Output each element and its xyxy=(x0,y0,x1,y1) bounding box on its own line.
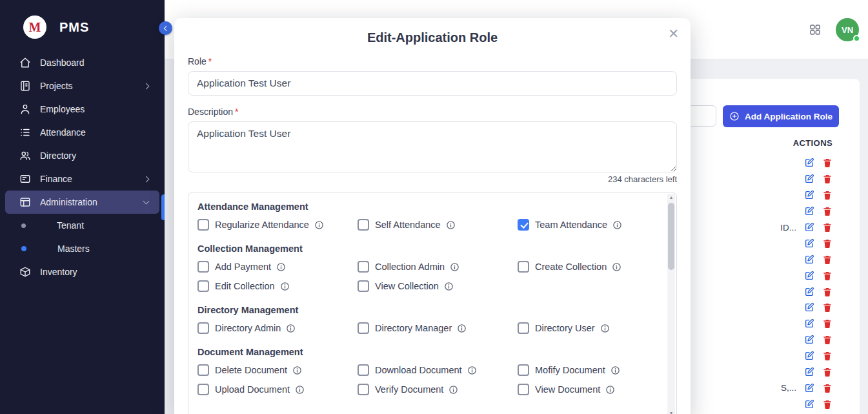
info-icon[interactable] xyxy=(457,324,467,333)
edit-icon[interactable] xyxy=(803,222,814,233)
scrollbar[interactable]: ▴ ▾ xyxy=(667,194,675,414)
permission-item[interactable]: Upload Document xyxy=(197,384,358,395)
permission-item[interactable]: Delete Document xyxy=(197,364,358,376)
delete-icon[interactable] xyxy=(822,238,833,249)
checkbox[interactable] xyxy=(358,261,369,273)
checkbox[interactable] xyxy=(358,322,369,334)
sidebar-item-dashboard[interactable]: Dashboard xyxy=(5,51,159,74)
info-icon[interactable] xyxy=(295,385,305,395)
add-application-role-button[interactable]: Add Application Role xyxy=(723,105,839,127)
info-icon[interactable] xyxy=(600,324,610,333)
permission-item[interactable]: Edit Collection xyxy=(197,280,358,292)
edit-icon[interactable] xyxy=(803,286,814,297)
sidebar-item-employees[interactable]: Employees xyxy=(5,98,159,121)
permission-item[interactable]: Verify Document xyxy=(358,384,518,395)
permission-item[interactable]: Self Attendance xyxy=(358,219,518,231)
info-icon[interactable] xyxy=(446,220,456,230)
permission-item[interactable]: Create Collection xyxy=(518,261,677,273)
permission-item[interactable]: Regularize Attendance xyxy=(197,219,358,231)
sidebar-item-directory[interactable]: Directory xyxy=(5,144,159,167)
delete-icon[interactable] xyxy=(822,222,833,233)
edit-icon[interactable] xyxy=(803,318,814,329)
checkbox[interactable] xyxy=(197,384,209,395)
info-icon[interactable] xyxy=(292,366,302,375)
delete-icon[interactable] xyxy=(822,302,833,313)
delete-icon[interactable] xyxy=(822,382,833,393)
apps-grid-icon[interactable] xyxy=(809,23,822,36)
info-icon[interactable] xyxy=(450,262,459,272)
checkbox[interactable] xyxy=(197,322,209,334)
scroll-down-icon[interactable]: ▾ xyxy=(670,409,672,414)
sidebar-item-inventory[interactable]: Inventory xyxy=(5,260,159,284)
edit-icon[interactable] xyxy=(803,158,814,169)
delete-icon[interactable] xyxy=(822,158,833,169)
delete-icon[interactable] xyxy=(822,270,833,281)
permission-item[interactable]: View Collection xyxy=(358,280,518,292)
edit-icon[interactable] xyxy=(803,190,814,201)
checkbox[interactable] xyxy=(518,322,529,334)
info-icon[interactable] xyxy=(314,220,324,230)
info-icon[interactable] xyxy=(444,282,454,291)
delete-icon[interactable] xyxy=(822,351,833,362)
delete-icon[interactable] xyxy=(822,206,833,217)
checkbox[interactable] xyxy=(197,219,209,231)
permission-item[interactable]: Directory Admin xyxy=(197,322,358,334)
checkbox[interactable] xyxy=(358,384,369,395)
edit-icon[interactable] xyxy=(803,335,814,346)
edit-icon[interactable] xyxy=(803,174,814,185)
edit-icon[interactable] xyxy=(803,238,814,249)
delete-icon[interactable] xyxy=(822,367,833,378)
delete-icon[interactable] xyxy=(822,335,833,346)
checkbox[interactable] xyxy=(518,384,529,395)
edit-icon[interactable] xyxy=(803,351,814,362)
permission-item[interactable]: Download Document xyxy=(358,364,518,376)
checkbox[interactable] xyxy=(518,364,529,376)
edit-icon[interactable] xyxy=(803,254,814,265)
sidebar-subitem-masters[interactable]: Masters xyxy=(0,237,165,260)
checkbox[interactable] xyxy=(197,261,209,273)
collapse-sidebar-button[interactable] xyxy=(159,21,172,35)
info-icon[interactable] xyxy=(605,385,615,395)
edit-icon[interactable] xyxy=(803,398,814,409)
edit-icon[interactable] xyxy=(803,367,814,378)
info-icon[interactable] xyxy=(612,220,622,230)
info-icon[interactable] xyxy=(611,366,620,375)
sidebar-subitem-tenant[interactable]: Tenant xyxy=(0,214,165,237)
checkbox[interactable] xyxy=(518,261,529,273)
description-textarea[interactable]: Application Test User xyxy=(188,121,677,172)
checkbox[interactable] xyxy=(197,364,209,376)
permission-item[interactable]: Directory Manager xyxy=(358,322,518,334)
info-icon[interactable] xyxy=(286,324,296,333)
delete-icon[interactable] xyxy=(822,286,833,297)
info-icon[interactable] xyxy=(449,385,458,395)
scrollbar-thumb[interactable] xyxy=(668,203,674,270)
permission-item[interactable]: Add Payment xyxy=(197,261,358,273)
delete-icon[interactable] xyxy=(822,174,833,185)
checkbox[interactable] xyxy=(197,280,209,292)
info-icon[interactable] xyxy=(280,282,290,291)
permission-item[interactable]: View Document xyxy=(518,384,677,395)
edit-icon[interactable] xyxy=(803,270,814,281)
avatar[interactable]: VN xyxy=(836,18,859,41)
delete-icon[interactable] xyxy=(822,318,833,329)
edit-icon[interactable] xyxy=(803,302,814,313)
checkbox[interactable] xyxy=(358,364,369,376)
delete-icon[interactable] xyxy=(822,398,833,409)
checkbox[interactable] xyxy=(518,219,529,231)
close-icon[interactable]: ✕ xyxy=(665,25,681,43)
sidebar-item-attendance[interactable]: Attendance xyxy=(5,121,159,144)
info-icon[interactable] xyxy=(612,262,621,272)
scroll-up-icon[interactable]: ▴ xyxy=(670,194,672,202)
delete-icon[interactable] xyxy=(822,190,833,201)
info-icon[interactable] xyxy=(276,262,286,272)
permission-item[interactable]: Mofify Document xyxy=(518,364,677,376)
edit-icon[interactable] xyxy=(803,382,814,393)
checkbox[interactable] xyxy=(358,219,369,231)
edit-icon[interactable] xyxy=(803,206,814,217)
sidebar-item-administration[interactable]: Administration xyxy=(5,191,159,214)
role-input[interactable] xyxy=(188,71,677,96)
sidebar-item-projects[interactable]: Projects xyxy=(5,74,159,98)
permission-item[interactable]: Collection Admin xyxy=(358,261,518,273)
sidebar-item-finance[interactable]: Finance xyxy=(5,167,159,191)
delete-icon[interactable] xyxy=(822,254,833,265)
